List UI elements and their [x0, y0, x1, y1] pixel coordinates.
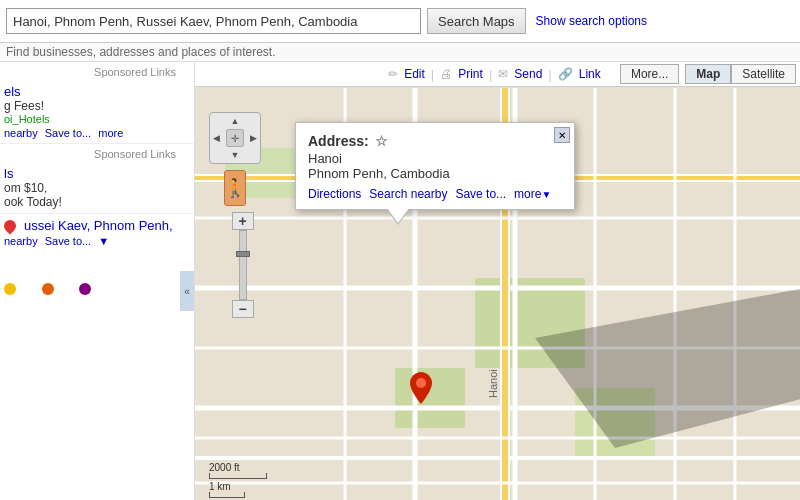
- scale-bar: 2000 ft 1 km: [209, 462, 267, 498]
- ad1-link[interactable]: oi_Hotels: [4, 113, 176, 125]
- result-pin-icon: [2, 217, 19, 234]
- collapse-sidebar-button[interactable]: «: [180, 271, 194, 311]
- print-link[interactable]: Print: [458, 67, 483, 81]
- print-icon: 🖨: [440, 67, 452, 81]
- dot-orange: [42, 283, 54, 295]
- ad1-save-link[interactable]: Save to...: [45, 127, 91, 139]
- result-more-link[interactable]: ▼: [98, 235, 109, 247]
- sponsored-label-2: Sponsored Links: [0, 144, 194, 162]
- map-toolbar: ✏ Edit | 🖨 Print | ✉ Send | 🔗 Link More.…: [195, 62, 800, 87]
- result-title[interactable]: ussei Kaev, Phnom Penh,: [24, 218, 173, 233]
- sep1: |: [431, 67, 434, 82]
- ad1-more-link[interactable]: more: [98, 127, 123, 139]
- popup-actions: Directions Search nearby Save to... more…: [308, 187, 562, 201]
- link-icon: 🔗: [558, 67, 573, 81]
- scale-ft-label: 2000 ft: [209, 462, 267, 473]
- sep3: |: [548, 67, 551, 82]
- svg-text:Hanoi: Hanoi: [487, 369, 499, 398]
- ad1-title[interactable]: els: [4, 84, 176, 99]
- sub-bar: Find businesses, addresses and places of…: [0, 43, 800, 62]
- nav-left-icon[interactable]: ◀: [213, 133, 220, 143]
- svg-point-29: [416, 378, 426, 388]
- nav-down-icon[interactable]: ▼: [231, 150, 240, 160]
- scale-ft-line: [209, 473, 267, 479]
- scale-km-line: [209, 492, 245, 498]
- result-actions: nearby Save to... ▼: [4, 235, 176, 247]
- nav-pad[interactable]: ▲ ▼ ◀ ▶ ✛: [209, 112, 261, 164]
- popup-close-button[interactable]: ✕: [554, 127, 570, 143]
- ad1-actions: nearby Save to... more: [4, 127, 176, 139]
- map-area[interactable]: ✏ Edit | 🖨 Print | ✉ Send | 🔗 Link More.…: [195, 62, 800, 500]
- top-bar: Search Maps Show search options: [0, 0, 800, 43]
- send-link[interactable]: Send: [514, 67, 542, 81]
- main-layout: « Sponsored Links els g Fees! oi_Hotels …: [0, 62, 800, 500]
- dot-purple: [79, 283, 91, 295]
- sidebar: « Sponsored Links els g Fees! oi_Hotels …: [0, 62, 195, 500]
- scale-km-label: 1 km: [209, 481, 267, 492]
- ad-block-1: els g Fees! oi_Hotels nearby Save to... …: [0, 80, 194, 144]
- result-block: ussei Kaev, Phnom Penh, nearby Save to..…: [0, 214, 194, 251]
- satellite-view-button[interactable]: Satellite: [731, 64, 796, 84]
- nav-right-icon[interactable]: ▶: [250, 133, 257, 143]
- popup-line1: Hanoi: [308, 151, 562, 166]
- show-options-link[interactable]: Show search options: [536, 14, 647, 28]
- map-pin[interactable]: [410, 372, 432, 407]
- map-view-buttons: Map Satellite: [685, 64, 796, 84]
- edit-icon: ✏: [388, 67, 398, 81]
- zoom-out-button[interactable]: −: [232, 300, 254, 318]
- search-button[interactable]: Search Maps: [427, 8, 526, 34]
- link-link[interactable]: Link: [579, 67, 601, 81]
- popup-address: Hanoi Phnom Penh, Cambodia: [308, 151, 562, 181]
- popup-callout-triangle-inner: [387, 208, 409, 223]
- zoom-in-button[interactable]: +: [232, 212, 254, 230]
- navigation-controls: ▲ ▼ ◀ ▶ ✛ 🚶 + −: [209, 112, 261, 318]
- ad1-nearby-link[interactable]: nearby: [4, 127, 38, 139]
- nav-up-icon[interactable]: ▲: [231, 116, 240, 126]
- zoom-bar: + −: [224, 212, 261, 318]
- ad-block-2: ls om $10, ook Today!: [0, 162, 194, 214]
- popup-title: Address: ☆: [308, 133, 562, 149]
- more-button[interactable]: More...: [620, 64, 679, 84]
- zoom-thumb[interactable]: [236, 251, 250, 257]
- street-view-icon[interactable]: 🚶: [224, 170, 246, 206]
- popup-more-link[interactable]: more▼: [514, 187, 551, 201]
- ad2-title[interactable]: ls: [4, 166, 176, 181]
- popup-line2: Phnom Penh, Cambodia: [308, 166, 562, 181]
- ad2-text1: om $10,: [4, 181, 176, 195]
- zoom-track[interactable]: [239, 230, 247, 300]
- star-icon[interactable]: ☆: [375, 133, 388, 149]
- edit-link[interactable]: Edit: [404, 67, 425, 81]
- sep2: |: [489, 67, 492, 82]
- ad2-text2: ook Today!: [4, 195, 176, 209]
- nav-center-icon[interactable]: ✛: [226, 129, 244, 147]
- popup-directions-link[interactable]: Directions: [308, 187, 361, 201]
- dot-yellow: [4, 283, 16, 295]
- info-popup: ✕ Address: ☆ Hanoi Phnom Penh, Cambodia …: [295, 122, 575, 210]
- popup-search-nearby-link[interactable]: Search nearby: [369, 187, 447, 201]
- search-input[interactable]: [6, 8, 421, 34]
- popup-save-link[interactable]: Save to...: [455, 187, 506, 201]
- result-save-link[interactable]: Save to...: [45, 235, 91, 247]
- send-icon: ✉: [498, 67, 508, 81]
- sponsored-label-1: Sponsored Links: [0, 62, 194, 80]
- result-nearby-link[interactable]: nearby: [4, 235, 38, 247]
- ad1-text: g Fees!: [4, 99, 176, 113]
- map-view-button[interactable]: Map: [685, 64, 731, 84]
